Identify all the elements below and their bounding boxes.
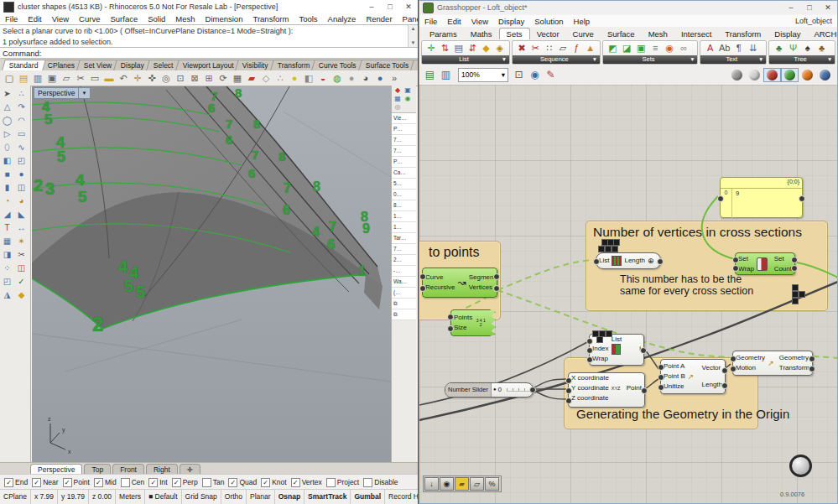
scroll-up-icon[interactable]: ▲ [409, 25, 418, 33]
toolbar-tab[interactable]: Surface Tools [358, 60, 416, 70]
status-cell[interactable]: Record History [385, 490, 419, 504]
canvas-widget-export-image[interactable]: ↓ [424, 477, 439, 491]
ribbon-icon-cull-pattern[interactable]: ✂ [529, 42, 541, 55]
gh-tab[interactable]: Maths [464, 29, 499, 39]
palette-icon-select-arrow[interactable]: ➤ [0, 87, 14, 101]
input-nub[interactable] [586, 356, 593, 363]
ribbon-icon-shift-list[interactable]: ◈ [494, 42, 506, 55]
ribbon-icon-text-hoc[interactable]: ¶ [732, 42, 745, 55]
rhino-menu[interactable]: Curve [74, 14, 105, 23]
perspective-viewport[interactable]: z y x Perspective ▼ 45452345768768768768… [32, 86, 391, 462]
rhino-menu[interactable]: Edit [23, 14, 46, 23]
toolbar-icon-rotate-view[interactable]: ⟳ [216, 72, 230, 85]
osnap-toggle[interactable]: Int [148, 478, 167, 487]
palette-icon-freeform[interactable]: ∿ [14, 141, 29, 154]
properties-icon-photo[interactable]: ▦ [393, 95, 403, 103]
ribbon-icon-list-item-icon[interactable]: ⇅ [439, 42, 450, 55]
rhino-menu[interactable]: Analyze [323, 14, 362, 23]
toolbar-icon-render[interactable]: ◒ [316, 72, 330, 85]
ribbon-icon-reverse-list[interactable]: ◆ [480, 42, 492, 55]
display-sphere-preview-green[interactable] [781, 68, 799, 82]
gh-tab[interactable]: Curve [566, 29, 601, 39]
zoom-select[interactable]: 100% ▾ [458, 68, 508, 82]
palette-icon-ellipse[interactable]: ⬯ [0, 141, 14, 154]
toolbar-icon-copy-to-clipboard[interactable]: ▱ [60, 72, 73, 85]
gh-tab[interactable]: Sets [499, 28, 530, 40]
ribbon-icon-set-majority[interactable]: ≡ [649, 42, 662, 55]
canvas-widget-cookie-cutter[interactable]: ◉ [440, 477, 454, 491]
canvas-compass[interactable] [789, 455, 812, 477]
rhino-menu[interactable]: Mesh [170, 14, 200, 23]
palette-icon-boolean-union[interactable]: ◔ [0, 195, 14, 208]
toolbar-icon-print[interactable]: ▣ [45, 72, 59, 85]
data-panel[interactable]: {0;0} 0 9 [720, 177, 803, 218]
ribbon-icon-tree-flatten[interactable]: ♠ [801, 42, 814, 55]
properties-row[interactable]: 2… [392, 255, 416, 266]
input-nub[interactable] [565, 377, 572, 384]
explode-component[interactable]: Curve Recursive ↝ Segments Vertices [422, 268, 497, 298]
ribbon-icon-characters[interactable]: A [704, 42, 716, 55]
palette-icon-scale[interactable]: ◰ [0, 275, 14, 288]
output-nub[interactable] [809, 366, 815, 372]
palette-icon-polyline[interactable]: △ [0, 101, 14, 114]
properties-row[interactable]: 7… [392, 135, 416, 146]
palette-icon-paint[interactable]: ◆ [14, 288, 29, 302]
output-nub[interactable] [809, 356, 815, 362]
ribbon-icon-member-index[interactable]: ◉ [664, 42, 676, 55]
rhino-menu[interactable]: Dimension [200, 14, 248, 23]
status-cell[interactable]: Planar [247, 490, 275, 504]
scroll-down-icon[interactable]: ▼ [409, 39, 418, 47]
canvas-widget-percent-widget[interactable]: % [485, 477, 499, 491]
gh-tab[interactable]: Params [423, 29, 464, 39]
palette-icon-arc[interactable]: ◠ [14, 114, 29, 127]
palette-icon-curve[interactable]: ↷ [14, 101, 29, 114]
rhino-menu[interactable]: Surface [105, 14, 143, 23]
close-button[interactable]: ✕ [399, 0, 418, 13]
input-nub[interactable] [732, 265, 739, 272]
output-nub[interactable] [493, 285, 500, 292]
toolbar-tab[interactable]: Viewport Layout [175, 60, 242, 70]
group-anchor-widget[interactable] [598, 239, 620, 252]
command-scrollbar[interactable]: ▲ ▼ [408, 25, 418, 47]
properties-row[interactable]: Tar… [392, 233, 416, 244]
palette-icon-array[interactable]: ⁘ [0, 262, 14, 275]
group-anchor-widget[interactable] [592, 330, 616, 342]
gh-menu[interactable]: View [466, 17, 493, 26]
toolbar-icon-render-wheel[interactable]: ◍ [331, 72, 344, 85]
status-cell[interactable]: z 0.00 [89, 490, 116, 504]
input-nub[interactable] [447, 325, 454, 332]
gh-menu[interactable]: Help [569, 17, 596, 26]
toolbar-icon-cplane[interactable]: ◇ [259, 72, 273, 85]
input-nub[interactable] [730, 366, 737, 372]
input-nub[interactable] [593, 258, 600, 265]
status-cell[interactable]: Osnap [275, 490, 304, 504]
toolbar-icon-flag-more[interactable]: » [388, 72, 401, 85]
palette-icon-solid-pipe[interactable]: ◫ [14, 181, 29, 195]
palette-icon-polygon[interactable]: ▷ [0, 127, 14, 141]
toolbar-icon-sphere-gray[interactable]: ● [345, 72, 358, 85]
status-cell[interactable]: Meters [116, 490, 145, 504]
canvas-tool-open-document[interactable]: ▤ [423, 68, 437, 82]
gh-menu[interactable]: Solution [529, 17, 568, 26]
command-input[interactable]: Command: [0, 48, 418, 59]
gh-tab[interactable]: Vector [530, 29, 566, 39]
ribbon-icon-tree-simplify[interactable]: ♣ [815, 42, 828, 55]
rhino-menu[interactable]: Solid [143, 14, 170, 23]
toolbar-tab[interactable]: CPlanes [40, 60, 82, 70]
gh-menu[interactable]: File [419, 17, 442, 26]
slider-track[interactable] [507, 388, 529, 392]
display-sphere-preview-wire[interactable] [746, 68, 763, 82]
palette-icon-circle[interactable]: ◯ [0, 114, 14, 127]
osnap-toggle[interactable]: Tan [202, 478, 225, 487]
ribbon-icon-list-length-icon[interactable]: ▤ [453, 42, 465, 55]
gh-tab[interactable]: Mesh [642, 29, 674, 39]
construct-point-component[interactable]: X coordinate Y coordinate XYZ Point Z co… [568, 372, 645, 408]
minimize-button[interactable]: – [362, 0, 381, 13]
palette-icon-dimension[interactable]: ↔ [14, 221, 29, 235]
viewport-title-chip[interactable]: Perspective ▼ [34, 87, 91, 99]
toolbar-icon-save-file[interactable]: ▥ [31, 72, 44, 85]
output-nub[interactable] [721, 367, 728, 374]
palette-icon-point[interactable]: ∴ [14, 87, 29, 101]
group-anchor-widget[interactable] [792, 284, 809, 304]
osnap-toggle[interactable]: Knot [261, 478, 287, 487]
